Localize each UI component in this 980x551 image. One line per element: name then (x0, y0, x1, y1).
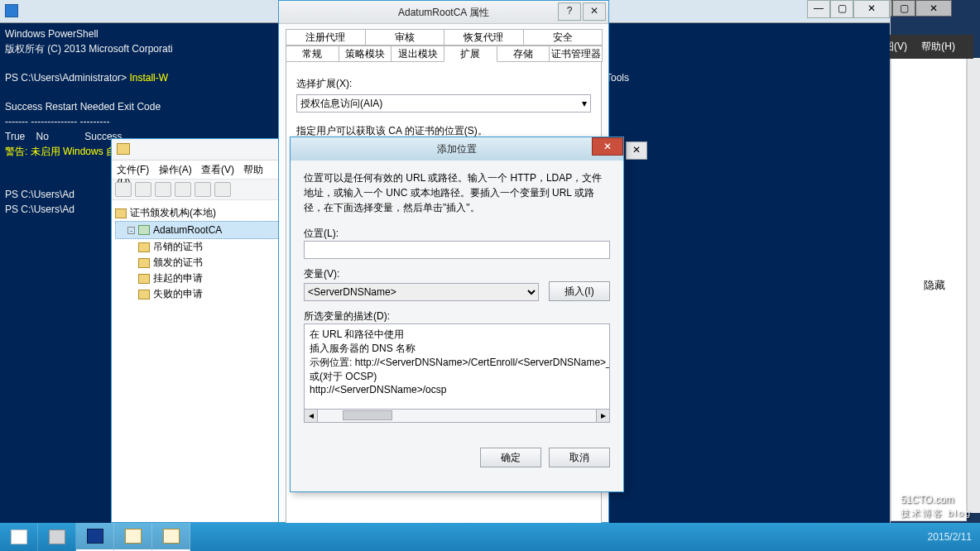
ps-max-button[interactable]: ▢ (830, 0, 853, 18)
add-location-hint: 位置可以是任何有效的 URL 或路径。输入一个 HTTP，LDAP，文件地址，或… (304, 170, 610, 215)
add-location-dialog: 添加位置 ✕ 位置可以是任何有效的 URL 或路径。输入一个 HTTP，LDAP… (290, 137, 624, 492)
windows-logo-icon (11, 529, 27, 544)
server-manager-icon (49, 529, 65, 544)
tray-date: 2015/2/11 (928, 531, 972, 543)
variable-label: 变量(V): (304, 267, 610, 281)
nav-up-icon[interactable] (155, 182, 171, 197)
taskbar: 2015/2/11 (0, 523, 980, 551)
mmc-window: 文件(F) 操作(A) 查看(V) 帮助(H) 证书颁发机构(本地) - Ada… (111, 138, 289, 523)
bg-max-button[interactable]: ▢ (892, 0, 915, 17)
ps-close-button[interactable]: ✕ (853, 0, 890, 18)
help-icon[interactable] (214, 182, 231, 197)
ok-button[interactable]: 确定 (480, 448, 541, 467)
description-label: 所选变量的描述(D): (304, 309, 610, 323)
tab-recovery-agent[interactable]: 恢复代理 (444, 29, 524, 46)
tab-enroll-agent[interactable]: 注册代理 (286, 29, 366, 46)
tree-issued-label: 颁发的证书 (153, 256, 203, 270)
actions-hide-label[interactable]: 隐藏 (924, 278, 945, 293)
insert-button[interactable]: 插入(I) (549, 281, 610, 301)
tab-audit[interactable]: 审核 (365, 29, 445, 46)
taskbar-powershell[interactable] (76, 523, 114, 551)
properties-title-text: AdatumRootCA 属性 (398, 7, 489, 18)
expand-toggle-icon[interactable]: - (127, 227, 135, 234)
explorer-icon (125, 529, 142, 544)
scroll-thumb[interactable] (343, 410, 392, 420)
watermark: 51CTO.com 技术博客 blog (901, 490, 972, 520)
description-box: 在 URL 和路径中使用 插入服务器的 DNS 名称 示例位置: http://… (304, 323, 610, 410)
folder-icon (138, 258, 150, 268)
scroll-right-icon[interactable]: ▸ (596, 410, 609, 422)
folder-icon (138, 274, 150, 284)
location-input[interactable] (304, 241, 610, 259)
add-location-title-text: 添加位置 (437, 143, 477, 155)
mmc-menubar: 文件(F) 操作(A) 查看(V) 帮助(H) (112, 161, 288, 179)
mmc-menu-view[interactable]: 查看(V) (201, 164, 234, 175)
tab-cert-manager[interactable]: 证书管理器 (549, 46, 603, 62)
tree-root[interactable]: 证书颁发机构(本地) (115, 205, 285, 221)
tab-security[interactable]: 安全 (523, 29, 603, 46)
scroll-track[interactable] (318, 410, 596, 422)
tree-pending[interactable]: 挂起的申请 (115, 271, 285, 286)
mmc-titlebar (112, 139, 288, 161)
tab-policy-module[interactable]: 策略模块 (339, 46, 392, 62)
tab-general[interactable]: 常规 (286, 46, 339, 62)
mmc-menu-action[interactable]: 操作(A) (159, 164, 192, 175)
tree-root-label: 证书颁发机构(本地) (130, 206, 216, 220)
mmc-menu-file[interactable]: 文件(F) (117, 164, 149, 175)
cancel-button[interactable]: 取消 (549, 448, 610, 467)
add-location-close-button[interactable]: ✕ (592, 137, 623, 156)
powershell-icon (5, 4, 18, 17)
right-menu-help[interactable]: 帮助(H) (921, 41, 955, 52)
powershell-taskbar-icon (87, 529, 103, 544)
refresh-icon[interactable] (175, 182, 191, 197)
tree-revoked[interactable]: 吊销的证书 (115, 239, 285, 255)
right-scrollbar[interactable] (967, 58, 980, 513)
variable-select[interactable]: <ServerDNSName> (304, 283, 539, 301)
mmc-toolbar (112, 179, 288, 200)
tree-failed-label: 失败的申请 (153, 287, 203, 301)
folder-icon (138, 242, 150, 252)
tree-failed[interactable]: 失败的申请 (115, 286, 285, 302)
bg-close-button[interactable]: ✕ (915, 0, 952, 17)
properties-help-button[interactable]: ? (558, 2, 581, 21)
app-icon (163, 529, 180, 544)
scroll-left-icon[interactable]: ◂ (305, 410, 318, 422)
hidden-window-close-button[interactable]: ✕ (626, 141, 647, 160)
taskbar-explorer[interactable] (114, 523, 152, 551)
nav-fwd-icon[interactable] (135, 182, 151, 197)
tree-revoked-label: 吊销的证书 (153, 240, 203, 254)
taskbar-app[interactable] (152, 523, 190, 551)
mmc-tree: 证书颁发机构(本地) - AdatumRootCA 吊销的证书 颁发的证书 挂起… (112, 200, 288, 307)
select-extension-dropdown[interactable]: 授权信息访问(AIA) ▾ (296, 94, 591, 113)
properties-close-button[interactable]: ✕ (583, 2, 606, 21)
tab-storage[interactable]: 存储 (497, 46, 550, 62)
add-location-titlebar: 添加位置 ✕ (291, 137, 623, 161)
folder-icon (138, 290, 150, 299)
chevron-down-icon: ▾ (582, 98, 587, 109)
tree-ca-label: AdatumRootCA (153, 224, 222, 236)
start-button[interactable] (0, 523, 38, 551)
tab-exit-module[interactable]: 退出模块 (391, 46, 444, 62)
select-extension-label: 选择扩展(X): (296, 77, 591, 91)
tree-pending-label: 挂起的申请 (153, 271, 203, 285)
tab-extensions[interactable]: 扩展 (444, 46, 497, 62)
properties-icon[interactable] (195, 182, 211, 197)
system-tray[interactable]: 2015/2/11 (920, 523, 980, 551)
ca-root-icon (115, 208, 127, 218)
description-h-scrollbar[interactable]: ◂ ▸ (304, 410, 610, 423)
ca-server-icon (138, 225, 150, 235)
select-extension-value: 授权信息访问(AIA) (300, 97, 382, 111)
tree-issued[interactable]: 颁发的证书 (115, 255, 285, 271)
properties-titlebar: AdatumRootCA 属性 ? ✕ (279, 1, 608, 24)
mmc-app-icon (117, 143, 130, 155)
ps-min-button[interactable]: — (807, 0, 830, 18)
nav-back-icon[interactable] (115, 182, 132, 197)
tree-ca-node[interactable]: - AdatumRootCA (115, 221, 285, 239)
taskbar-server-manager[interactable] (38, 523, 76, 551)
location-label: 位置(L): (304, 227, 610, 241)
